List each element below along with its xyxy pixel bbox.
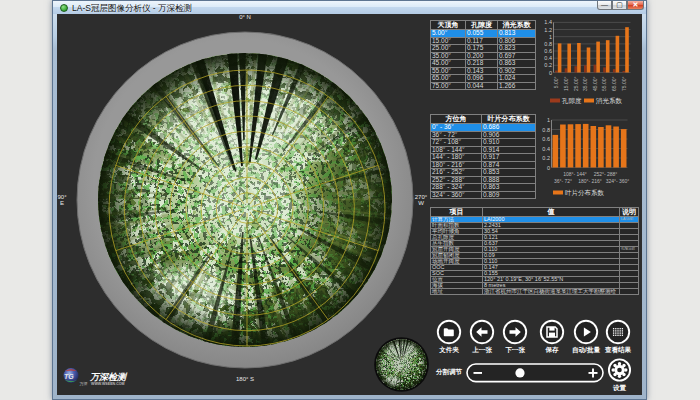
svg-text:万深检测: 万深检测 [89,372,128,382]
svg-text:TG: TG [64,373,74,380]
svg-text:WWW.WSEEN.COM: WWW.WSEEN.COM [91,382,125,386]
svg-text:万深: 万深 [80,381,88,386]
